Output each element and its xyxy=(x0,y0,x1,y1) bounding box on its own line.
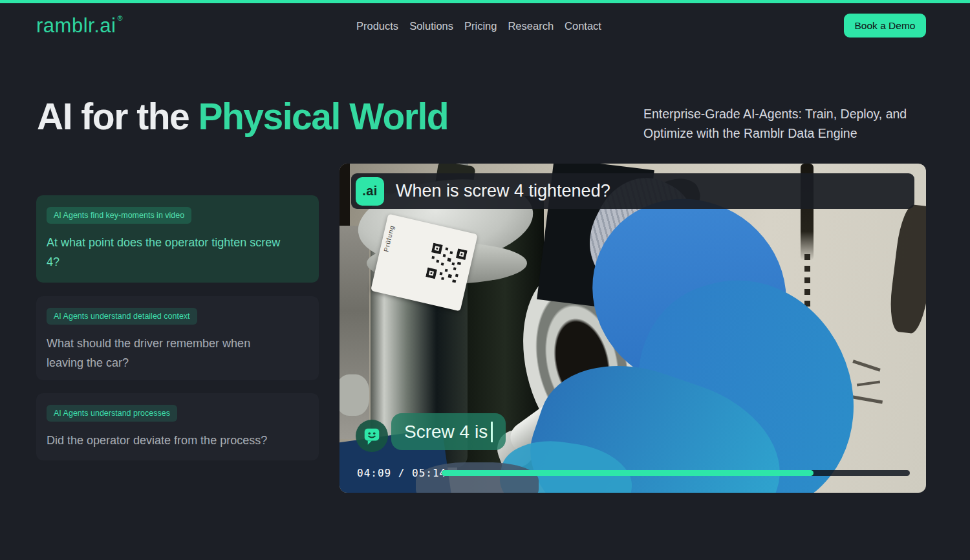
ai-typing-bubble: Screw 4 is xyxy=(391,413,506,450)
page-title: AI for the Physical World xyxy=(37,95,448,138)
card-question: At what point does the operator tighten … xyxy=(47,233,285,272)
title-prefix: AI for the xyxy=(37,96,199,137)
card-badge: AI Agents understand processes xyxy=(47,405,177,422)
sticker-text: Prüfung xyxy=(382,224,395,252)
video-question-overlay: .ai When is screw 4 tightened? xyxy=(351,173,914,209)
title-highlight: Physical World xyxy=(199,96,449,137)
card-question: What should the driver remember when lea… xyxy=(47,334,285,372)
time-current: 04:09 xyxy=(357,467,391,479)
book-demo-button[interactable]: Book a Demo xyxy=(844,14,926,38)
video-progress-fill xyxy=(442,470,814,476)
video-question-text: When is screw 4 tightened? xyxy=(396,181,610,201)
hero-subtitle: Enterprise-Grade AI-Agents: Train, Deplo… xyxy=(643,104,911,143)
video-timestamp: 04:09 / 05:14 xyxy=(357,467,446,479)
nav-item-contact[interactable]: Contact xyxy=(565,20,601,32)
logo[interactable]: ramblr.ai® xyxy=(36,14,123,38)
card-processes[interactable]: AI Agents understand processes Did the o… xyxy=(36,393,319,460)
card-detailed-context[interactable]: AI Agents understand detailed context Wh… xyxy=(36,296,319,380)
smiley-bubble-icon xyxy=(362,426,382,446)
nav-item-products[interactable]: Products xyxy=(356,20,398,32)
qr-code-icon xyxy=(426,242,468,285)
video-player[interactable]: Prüfung xyxy=(339,164,926,493)
nav-item-solutions[interactable]: Solutions xyxy=(409,20,453,32)
ai-typing-text: Screw 4 is xyxy=(404,422,488,442)
typing-cursor xyxy=(491,422,493,442)
logo-text: ramblr.ai xyxy=(36,14,116,37)
video-progress-bar[interactable] xyxy=(442,470,910,476)
page: ramblr.ai® Products Solutions Pricing Re… xyxy=(0,0,970,560)
registered-mark: ® xyxy=(117,14,123,22)
nav-item-pricing[interactable]: Pricing xyxy=(464,20,497,32)
card-key-moments[interactable]: AI Agents find key-moments in video At w… xyxy=(36,195,319,283)
chat-smiley-icon xyxy=(356,420,388,452)
card-badge: AI Agents find key-moments in video xyxy=(47,207,191,224)
card-badge: AI Agents understand detailed context xyxy=(47,308,197,325)
nav-item-research[interactable]: Research xyxy=(508,20,554,32)
card-question: Did the operator deviate from the proces… xyxy=(47,431,285,450)
top-accent-bar xyxy=(0,0,970,3)
left-metal-knob xyxy=(339,374,369,416)
time-separator: / xyxy=(391,467,412,479)
ai-logo-icon: .ai xyxy=(356,177,384,206)
main-nav: Products Solutions Pricing Research Cont… xyxy=(356,20,601,32)
